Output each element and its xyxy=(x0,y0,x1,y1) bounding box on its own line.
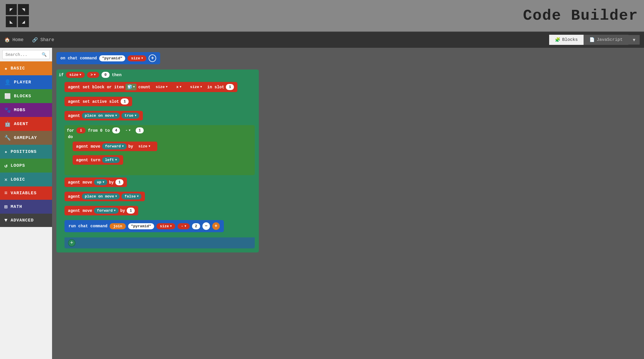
forward-amount[interactable]: size ▼ xyxy=(135,143,154,149)
nav-home[interactable]: 🏠 Home xyxy=(4,37,23,43)
for-step-val: 1 xyxy=(136,127,144,133)
agent-place-on-move-1[interactable]: agent place on move ▼ true ▼ xyxy=(64,111,143,120)
add-param-button[interactable]: + xyxy=(149,54,156,62)
sidebar-item-loops[interactable]: ↺ LOOPS xyxy=(0,159,52,173)
size-var-1[interactable]: size ▼ xyxy=(152,84,171,90)
agent-move-forward-2-line: agent move forward ▼ by 1 xyxy=(64,206,255,215)
sidebar-item-variables[interactable]: ≡ VARIABLES xyxy=(0,186,52,200)
agent-move-forward-block[interactable]: agent move forward ▼ by size ▼ xyxy=(73,142,157,151)
decrement-button[interactable]: − xyxy=(202,222,210,230)
sidebar-item-math[interactable]: ⊞ MATH xyxy=(0,200,52,214)
blocks-button[interactable]: 🧩 Blocks xyxy=(549,35,584,45)
forward-dir[interactable]: forward ▼ xyxy=(102,143,127,149)
agent-set-slot-block[interactable]: agent set active slot 1 xyxy=(64,97,132,106)
main-layout: 🔍 ★ BASIC 👤 PLAYER ⬜ BLOCKS 🐾 MOBS 🤖 AGE… xyxy=(0,48,644,359)
param-dropdown-icon: ▼ xyxy=(141,57,143,60)
agent-move-forward-line: agent move forward ▼ by size ▼ xyxy=(73,142,251,151)
for-bottom xyxy=(67,169,252,173)
increment-button[interactable]: + xyxy=(212,222,220,230)
logo-cell-2: ◥ xyxy=(18,4,29,15)
logic-icon: ✕ xyxy=(4,176,8,183)
if-keyword: if xyxy=(59,73,64,77)
sidebar-label-variables: VARIABLES xyxy=(11,191,37,196)
agent-turn-block[interactable]: agent turn left ▼ xyxy=(73,155,123,165)
chat-command-block[interactable]: on chat command "pyramid" size ▼ + xyxy=(56,52,160,64)
agent-set-block[interactable]: agent set block or item 🧊 ▼ count size ▼… xyxy=(64,82,237,92)
for-var[interactable]: i xyxy=(76,127,86,133)
chat-command-line: on chat command "pyramid" size ▼ + xyxy=(56,52,640,67)
op-dropdown-icon: ▼ xyxy=(94,73,96,76)
advanced-icon: ▼ xyxy=(4,217,8,223)
js-icon: 📄 xyxy=(589,37,595,43)
math-icon: ⊞ xyxy=(4,204,8,210)
nav-right: 🧩 Blocks 📄 JavaScript ▼ xyxy=(549,35,640,45)
logo-cell-3: ◣ xyxy=(6,16,17,27)
run-chat-var[interactable]: size ▼ xyxy=(156,223,175,229)
blocks-icon: 🧩 xyxy=(555,37,560,43)
navbar: 🏠 Home 🔗 Share 🧩 Blocks 📄 JavaScript ▼ xyxy=(0,32,644,48)
place-on-move-2-value[interactable]: false ▼ xyxy=(121,193,141,199)
size-var-2[interactable]: size ▼ xyxy=(187,84,205,90)
logo-cell-1: ◤ xyxy=(6,4,17,15)
code-area: on chat command "pyramid" size ▼ + if si… xyxy=(52,48,644,359)
run-chat-op[interactable]: - ▼ xyxy=(178,223,190,229)
sidebar-item-positions[interactable]: ✦ POSITIONS xyxy=(0,145,52,159)
cube-selector[interactable]: 🧊 ▼ xyxy=(126,84,136,90)
agent-set-slot-line: agent set active slot 1 xyxy=(64,97,255,106)
variables-icon: ≡ xyxy=(4,190,8,196)
turn-dir[interactable]: left ▼ xyxy=(102,157,120,163)
chat-command-prefix: on chat command xyxy=(60,56,97,61)
agent-move-forward-2-block[interactable]: agent move forward ▼ by 1 xyxy=(64,206,138,215)
sidebar-item-mobs[interactable]: 🐾 MOBS xyxy=(0,103,52,117)
sidebar-item-advanced[interactable]: ▼ ADVANCED xyxy=(0,214,52,227)
run-chat-str: "pyramid" xyxy=(128,223,154,229)
agent-turn-line: agent turn left ▼ xyxy=(73,155,251,165)
place-on-move-1-value[interactable]: true ▼ xyxy=(121,113,139,119)
star-icon: ★ xyxy=(4,65,8,72)
sidebar-item-blocks[interactable]: ⬜ BLOCKS xyxy=(0,89,52,103)
slot-val: 1 xyxy=(121,98,129,105)
mode-dropdown-button[interactable]: ▼ xyxy=(628,35,640,45)
sidebar-item-logic[interactable]: ✕ LOGIC xyxy=(0,173,52,186)
sidebar-label-math: MATH xyxy=(11,204,22,209)
logo: ◤ ◥ ◣ ◢ xyxy=(6,4,29,27)
run-chat-block[interactable]: run chat command join "pyramid" size ▼ -… xyxy=(64,220,224,232)
sidebar-label-positions: POSITIONS xyxy=(11,149,37,154)
sidebar-item-basic[interactable]: ★ BASIC xyxy=(0,61,52,75)
search-box[interactable]: 🔍 xyxy=(2,50,50,59)
place-on-move-1-label[interactable]: place on move ▼ xyxy=(82,113,120,119)
up-dir[interactable]: up ▼ xyxy=(94,179,107,185)
share-label: Share xyxy=(40,37,54,43)
agent-place-on-move-2[interactable]: agent place on move ▼ false ▼ xyxy=(64,192,145,201)
for-block: for i from 0 to 4 - ▼ 1 do xyxy=(64,125,255,175)
sidebar-label-player: PLAYER xyxy=(14,80,31,85)
if-operator[interactable]: > ▼ xyxy=(87,72,99,78)
sidebar-label-agent: AGENT xyxy=(14,122,28,127)
nav-share[interactable]: 🔗 Share xyxy=(32,37,54,43)
x-op[interactable]: x ▼ xyxy=(173,84,185,90)
join-label: join xyxy=(110,223,126,229)
loops-icon: ↺ xyxy=(4,162,8,169)
cube-icon: 🧊 xyxy=(127,85,132,89)
chat-command-value: "pyramid" xyxy=(99,55,125,61)
for-header: for i from 0 to 4 - ▼ 1 xyxy=(67,127,252,133)
add-block-button[interactable]: + xyxy=(68,239,75,247)
sidebar-item-gameplay[interactable]: 🔧 GAMEPLAY xyxy=(0,131,52,145)
sidebar-label-basic: BASIC xyxy=(11,66,25,71)
for-op[interactable]: - ▼ xyxy=(122,127,133,133)
place-on-move-2-label[interactable]: place on move ▼ xyxy=(82,193,120,199)
chat-command-param[interactable]: size ▼ xyxy=(128,55,146,61)
header: ◤ ◥ ◣ ◢ Code Builder xyxy=(0,0,644,32)
forward2-dir[interactable]: forward ▼ xyxy=(94,208,119,214)
size-dropdown-icon: ▼ xyxy=(80,73,81,76)
search-input[interactable] xyxy=(5,52,42,57)
sidebar-label-mobs: MOBS xyxy=(14,108,25,113)
up-amount: 1 xyxy=(115,179,123,185)
if-size-var[interactable]: size ▼ xyxy=(66,72,85,78)
sidebar-item-agent[interactable]: 🤖 AGENT xyxy=(0,117,52,131)
mobs-icon: 🐾 xyxy=(4,107,11,113)
sidebar-item-player[interactable]: 👤 PLAYER xyxy=(0,75,52,89)
agent-move-up-block[interactable]: agent move up ▼ by 1 xyxy=(64,177,127,187)
home-icon: 🏠 xyxy=(4,37,10,43)
javascript-button[interactable]: 📄 JavaScript xyxy=(584,35,628,45)
